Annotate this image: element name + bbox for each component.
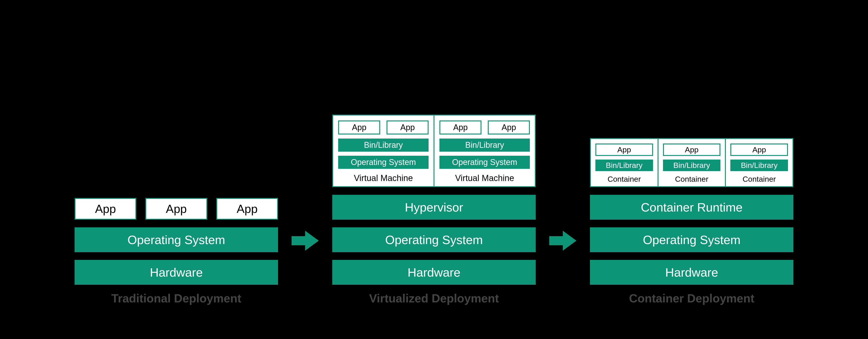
hardware-layer: Hardware xyxy=(590,260,794,285)
binlib-layer: Bin/Library xyxy=(338,138,429,152)
binlib-layer: Bin/Library xyxy=(595,159,653,171)
os-layer: Operating System xyxy=(338,156,429,169)
caption-row: Traditional Deployment Virtualized Deplo… xyxy=(0,285,868,305)
svg-marker-0 xyxy=(291,231,319,251)
virtual-machine: App App Bin/Library Operating System Vir… xyxy=(434,116,535,186)
os-layer: Operating System xyxy=(590,227,794,252)
container-box: App Bin/Library Container xyxy=(657,139,725,186)
traditional-app-row: App App App xyxy=(74,198,278,220)
binlib-layer: Bin/Library xyxy=(439,138,530,152)
container-label: Container xyxy=(743,175,776,184)
container-label: Container xyxy=(675,175,708,184)
binlib-layer: Bin/Library xyxy=(730,159,788,171)
container-box: App Bin/Library Container xyxy=(725,139,793,186)
os-layer: Operating System xyxy=(439,156,530,169)
caption-traditional: Traditional Deployment xyxy=(74,291,278,305)
svg-marker-1 xyxy=(549,231,577,251)
os-layer: Operating System xyxy=(74,227,278,252)
app-box: App xyxy=(216,198,278,220)
hypervisor-layer: Hypervisor xyxy=(332,195,536,220)
app-box: App xyxy=(595,144,653,156)
vm-label: Virtual Machine xyxy=(455,173,514,184)
container-label: Container xyxy=(608,175,641,184)
app-box: App xyxy=(730,144,788,156)
arrow-icon xyxy=(291,228,319,253)
container-box: App Bin/Library Container xyxy=(591,139,657,186)
column-traditional: App App App Operating System Hardware xyxy=(74,198,278,285)
app-box: App xyxy=(488,120,530,134)
caption-spacer xyxy=(549,291,577,305)
column-virtualized: App App Bin/Library Operating System Vir… xyxy=(332,115,536,285)
vm-label: Virtual Machine xyxy=(354,173,413,184)
vm-app-row: App App xyxy=(439,120,530,134)
caption-virtualized: Virtualized Deployment xyxy=(332,291,536,305)
hardware-layer: Hardware xyxy=(332,260,536,285)
virtual-machine: App App Bin/Library Operating System Vir… xyxy=(333,116,434,186)
diagram-stage: App App App Operating System Hardware Ap… xyxy=(0,0,868,285)
column-container: App Bin/Library Container App Bin/Librar… xyxy=(590,138,794,285)
os-layer: Operating System xyxy=(332,227,536,252)
app-box: App xyxy=(338,120,380,134)
container-runtime-layer: Container Runtime xyxy=(590,195,794,220)
hardware-layer: Hardware xyxy=(74,260,278,285)
app-box: App xyxy=(145,198,207,220)
app-box: App xyxy=(386,120,429,134)
app-box: App xyxy=(74,198,136,220)
app-box: App xyxy=(663,144,721,156)
binlib-layer: Bin/Library xyxy=(663,159,721,171)
vm-row: App App Bin/Library Operating System Vir… xyxy=(332,115,536,187)
arrow-icon xyxy=(549,228,577,253)
container-row: App Bin/Library Container App Bin/Librar… xyxy=(590,138,794,187)
vm-app-row: App App xyxy=(338,120,429,134)
caption-container: Container Deployment xyxy=(590,291,794,305)
caption-spacer xyxy=(291,291,319,305)
app-box: App xyxy=(439,120,482,134)
